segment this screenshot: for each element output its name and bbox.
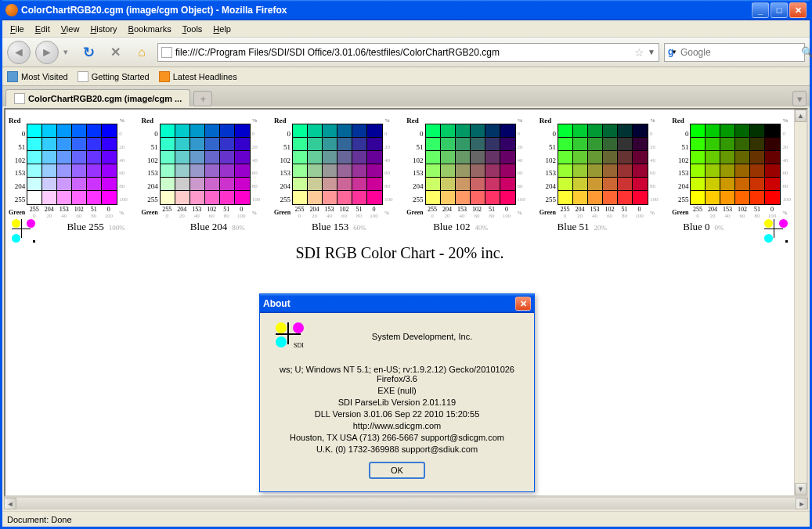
color-swatch xyxy=(573,138,588,151)
menu-file[interactable]: File xyxy=(5,23,29,35)
color-swatch xyxy=(765,191,780,204)
color-swatch xyxy=(337,151,352,164)
bookmark-star-icon[interactable]: ☆ xyxy=(634,46,644,59)
color-swatch xyxy=(72,138,87,151)
color-grid xyxy=(292,124,383,205)
close-button[interactable]: ✕ xyxy=(789,2,807,18)
color-swatch xyxy=(323,124,337,138)
color-swatch xyxy=(57,164,72,178)
color-swatch xyxy=(102,191,117,204)
color-swatch xyxy=(588,191,603,204)
url-bar[interactable]: ☆ ▼ xyxy=(157,43,659,62)
scroll-up-button[interactable]: ▲ xyxy=(795,110,807,122)
reload-button[interactable]: ↻ xyxy=(78,41,99,63)
about-dialog: About ✕ SDI System Development, Inc. ws;… xyxy=(259,293,535,492)
bookmark-latest-headlines[interactable]: Latest Headlines xyxy=(159,71,237,82)
menu-edit[interactable]: Edit xyxy=(31,23,55,35)
color-swatch xyxy=(618,138,633,151)
stop-button[interactable]: ✕ xyxy=(104,41,126,63)
color-swatch xyxy=(558,191,573,204)
color-swatch xyxy=(735,138,750,151)
color-grid xyxy=(425,124,516,205)
menu-bookmarks[interactable]: Bookmarks xyxy=(124,23,176,35)
color-swatch xyxy=(337,138,352,151)
color-swatch xyxy=(220,138,235,151)
color-swatch xyxy=(175,138,190,151)
color-swatch xyxy=(337,178,352,191)
history-dropdown[interactable]: ▾ xyxy=(63,47,73,57)
color-swatch xyxy=(441,191,456,204)
color-swatch xyxy=(573,178,588,191)
search-input[interactable] xyxy=(680,47,798,58)
color-swatch xyxy=(456,151,471,164)
color-swatch xyxy=(573,151,588,164)
color-swatch xyxy=(220,178,235,191)
forward-button[interactable]: ► xyxy=(35,41,59,64)
dialog-titlebar[interactable]: About ✕ xyxy=(260,294,534,313)
color-swatch xyxy=(735,191,750,204)
home-button[interactable]: ⌂ xyxy=(131,41,153,63)
color-swatch xyxy=(161,151,175,164)
menu-tools[interactable]: Tools xyxy=(178,23,208,35)
color-swatch xyxy=(337,191,352,204)
color-swatch xyxy=(633,178,648,191)
dialog-close-button[interactable]: ✕ xyxy=(515,297,531,311)
color-swatch xyxy=(323,178,337,191)
color-swatch xyxy=(27,178,42,191)
color-swatch xyxy=(293,151,308,164)
color-swatch xyxy=(161,191,175,204)
color-swatch xyxy=(603,178,618,191)
scroll-right-button[interactable]: ► xyxy=(796,498,808,509)
color-swatch xyxy=(190,164,205,178)
horizontal-scrollbar[interactable]: ◄ ► xyxy=(4,497,808,509)
color-swatch xyxy=(323,164,337,178)
color-swatch xyxy=(603,164,618,178)
color-swatch xyxy=(720,178,735,191)
color-swatch xyxy=(603,191,618,204)
color-swatch xyxy=(293,164,308,178)
scroll-down-button[interactable]: ▼ xyxy=(795,483,807,495)
back-button[interactable]: ◄ xyxy=(7,41,31,64)
color-swatch xyxy=(205,138,220,151)
new-tab-button[interactable]: + xyxy=(193,91,212,106)
color-swatch xyxy=(102,138,117,151)
color-swatch xyxy=(367,164,382,178)
color-swatch xyxy=(706,178,720,191)
color-swatch xyxy=(205,178,220,191)
color-swatch xyxy=(352,191,367,204)
ok-button[interactable]: OK xyxy=(369,462,425,479)
url-dropdown-icon[interactable]: ▼ xyxy=(648,48,655,56)
vertical-scrollbar[interactable]: ▲ ▼ xyxy=(794,110,807,495)
search-box[interactable]: ▼ 🔍 xyxy=(664,43,805,62)
color-swatch xyxy=(720,124,735,138)
color-swatch xyxy=(633,124,648,138)
color-panel: Red051102153204255Green25520415310251002… xyxy=(141,114,260,219)
tab-active[interactable]: ColorChartRGB20.cgm (image/cgm ... xyxy=(5,89,190,106)
status-text: Document: Done xyxy=(7,515,72,524)
minimize-button[interactable]: _ xyxy=(752,2,769,18)
color-swatch xyxy=(441,178,456,191)
color-panel: Red051102153204255Green25520415310251002… xyxy=(406,114,525,219)
menu-view[interactable]: View xyxy=(56,23,85,35)
color-swatch xyxy=(426,151,441,164)
color-swatch xyxy=(720,191,735,204)
color-swatch xyxy=(485,124,500,138)
color-swatch xyxy=(750,191,765,204)
color-swatch xyxy=(588,164,603,178)
search-icon[interactable]: 🔍 xyxy=(801,46,812,58)
color-swatch xyxy=(603,138,618,151)
bookmark-icon xyxy=(78,71,88,82)
color-swatch xyxy=(190,178,205,191)
color-swatch xyxy=(573,164,588,178)
tabs-dropdown[interactable]: ▾ xyxy=(792,91,807,106)
color-swatch xyxy=(735,151,750,164)
bookmark-most-visited[interactable]: Most Visited xyxy=(7,71,68,82)
menu-history[interactable]: History xyxy=(85,23,121,35)
maximize-button[interactable]: □ xyxy=(770,2,788,18)
menu-help[interactable]: Help xyxy=(208,23,236,35)
url-input[interactable] xyxy=(175,47,631,58)
dialog-info-line: EXE (null) xyxy=(269,386,525,395)
scroll-left-button[interactable]: ◄ xyxy=(4,498,16,509)
bookmark-getting-started[interactable]: Getting Started xyxy=(78,71,150,82)
color-swatch xyxy=(456,178,471,191)
